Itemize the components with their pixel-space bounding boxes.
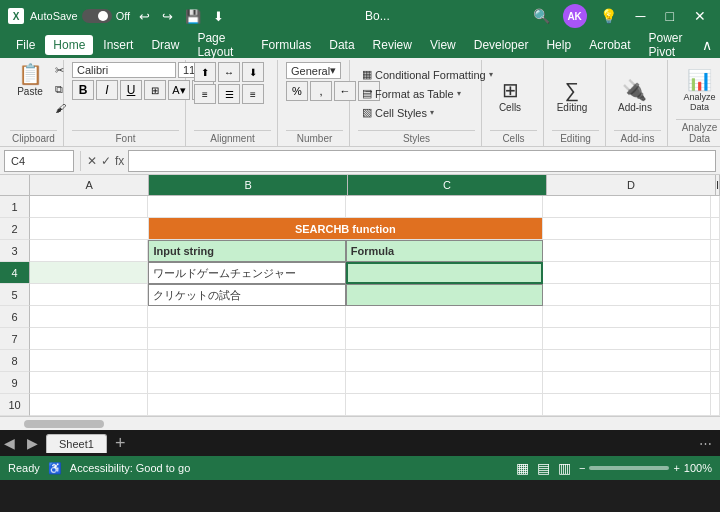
- fill-color-button[interactable]: A▾: [168, 80, 190, 100]
- cell-b10[interactable]: [148, 394, 345, 416]
- cell-i2[interactable]: [711, 218, 720, 240]
- cell-d7[interactable]: [543, 328, 711, 350]
- page-break-icon[interactable]: ▥: [558, 460, 571, 476]
- menu-view[interactable]: View: [422, 35, 464, 55]
- insert-function-icon[interactable]: fx: [115, 154, 124, 168]
- sheet-tab-sheet1[interactable]: Sheet1: [46, 434, 107, 453]
- page-layout-icon[interactable]: ▤: [537, 460, 550, 476]
- cell-i1[interactable]: [711, 196, 720, 218]
- search-icon[interactable]: 🔍: [528, 6, 555, 26]
- minimize-button[interactable]: ─: [630, 6, 652, 26]
- analyze-data-button[interactable]: 📊 Analyze Data: [676, 68, 720, 114]
- cell-i4[interactable]: [711, 262, 720, 284]
- menu-developer[interactable]: Developer: [466, 35, 537, 55]
- menu-pagelayout[interactable]: Page Layout: [189, 28, 251, 62]
- cell-b7[interactable]: [148, 328, 345, 350]
- number-format-select[interactable]: General ▾: [286, 62, 341, 79]
- cell-b6[interactable]: [148, 306, 345, 328]
- lightbulb-icon[interactable]: 💡: [595, 6, 622, 26]
- cancel-formula-icon[interactable]: ✕: [87, 154, 97, 168]
- cell-a7[interactable]: [30, 328, 148, 350]
- formula-input[interactable]: [128, 150, 716, 172]
- editing-main-button[interactable]: ∑ Editing: [552, 78, 592, 115]
- align-bottom-button[interactable]: ⬇: [242, 62, 264, 82]
- cell-b9[interactable]: [148, 372, 345, 394]
- menu-review[interactable]: Review: [365, 35, 420, 55]
- user-avatar[interactable]: AK: [563, 4, 587, 28]
- cell-d9[interactable]: [543, 372, 711, 394]
- row-num-9[interactable]: 9: [0, 372, 30, 394]
- cell-a10[interactable]: [30, 394, 148, 416]
- cell-a1[interactable]: [30, 196, 148, 218]
- zoom-slider[interactable]: [589, 466, 669, 470]
- zoom-in-icon[interactable]: +: [673, 462, 679, 474]
- cell-d1[interactable]: [543, 196, 711, 218]
- menu-insert[interactable]: Insert: [95, 35, 141, 55]
- zoom-out-icon[interactable]: −: [579, 462, 585, 474]
- row-num-4[interactable]: 4: [0, 262, 30, 284]
- horizontal-scrollbar[interactable]: [0, 416, 720, 430]
- cell-a8[interactable]: [30, 350, 148, 372]
- cell-c3-header[interactable]: Formula: [346, 240, 543, 262]
- cell-i5[interactable]: [711, 284, 720, 306]
- cell-styles-button[interactable]: ▧ Cell Styles ▾: [358, 104, 438, 121]
- normal-view-icon[interactable]: ▦: [516, 460, 529, 476]
- align-middle-button[interactable]: ↔: [218, 62, 240, 82]
- menu-data[interactable]: Data: [321, 35, 362, 55]
- cell-d3[interactable]: [543, 240, 711, 262]
- confirm-formula-icon[interactable]: ✓: [101, 154, 111, 168]
- cell-i8[interactable]: [711, 350, 720, 372]
- cell-d10[interactable]: [543, 394, 711, 416]
- cell-d6[interactable]: [543, 306, 711, 328]
- comma-button[interactable]: ,: [310, 81, 332, 101]
- cell-d5[interactable]: [543, 284, 711, 306]
- save-icon[interactable]: 💾: [182, 7, 204, 26]
- more-sheets-button[interactable]: ⋯: [699, 436, 712, 451]
- cell-c8[interactable]: [346, 350, 543, 372]
- menu-powerpivot[interactable]: Power Pivot: [640, 28, 700, 62]
- cell-i3[interactable]: [711, 240, 720, 262]
- row-num-3[interactable]: 3: [0, 240, 30, 262]
- border-button[interactable]: ⊞: [144, 80, 166, 100]
- addins-button[interactable]: 🔌 Add-ins: [614, 78, 656, 115]
- cell-c9[interactable]: [346, 372, 543, 394]
- undo-icon[interactable]: ↩: [136, 7, 153, 26]
- row-num-6[interactable]: 6: [0, 306, 30, 328]
- menu-home[interactable]: Home: [45, 35, 93, 55]
- align-top-button[interactable]: ⬆: [194, 62, 216, 82]
- cell-i10[interactable]: [711, 394, 720, 416]
- autosave-toggle[interactable]: [82, 9, 112, 23]
- col-header-i[interactable]: I: [716, 175, 720, 195]
- cell-c6[interactable]: [346, 306, 543, 328]
- font-family-select[interactable]: Calibri: [72, 62, 176, 78]
- align-left-button[interactable]: ≡: [194, 84, 216, 104]
- ribbon-collapse-button[interactable]: ∧: [702, 37, 712, 53]
- scrollbar-thumb[interactable]: [24, 420, 104, 428]
- cell-a3[interactable]: [30, 240, 148, 262]
- underline-button[interactable]: U: [120, 80, 142, 100]
- redo-icon[interactable]: ↪: [159, 7, 176, 26]
- row-num-10[interactable]: 10: [0, 394, 30, 416]
- close-button[interactable]: ✕: [688, 6, 712, 26]
- percent-button[interactable]: %: [286, 81, 308, 101]
- cell-c1[interactable]: [346, 196, 543, 218]
- align-right-button[interactable]: ≡: [242, 84, 264, 104]
- menu-draw[interactable]: Draw: [143, 35, 187, 55]
- cell-a5[interactable]: [30, 284, 148, 306]
- cell-c7[interactable]: [346, 328, 543, 350]
- cell-c4-selected[interactable]: [346, 262, 543, 284]
- sheet-nav-prev[interactable]: ◀: [0, 435, 19, 451]
- cell-a6[interactable]: [30, 306, 148, 328]
- bold-button[interactable]: B: [72, 80, 94, 100]
- cell-c10[interactable]: [346, 394, 543, 416]
- menu-help[interactable]: Help: [538, 35, 579, 55]
- format-as-table-button[interactable]: ▤ Format as Table ▾: [358, 85, 465, 102]
- menu-acrobat[interactable]: Acrobat: [581, 35, 638, 55]
- row-num-2[interactable]: 2: [0, 218, 30, 240]
- italic-button[interactable]: I: [96, 80, 118, 100]
- maximize-button[interactable]: □: [660, 6, 680, 26]
- cell-a4[interactable]: [30, 262, 148, 284]
- cell-i7[interactable]: [711, 328, 720, 350]
- cell-b5-data[interactable]: クリケットの試合: [148, 284, 345, 306]
- more-icon[interactable]: ⬇: [210, 7, 227, 26]
